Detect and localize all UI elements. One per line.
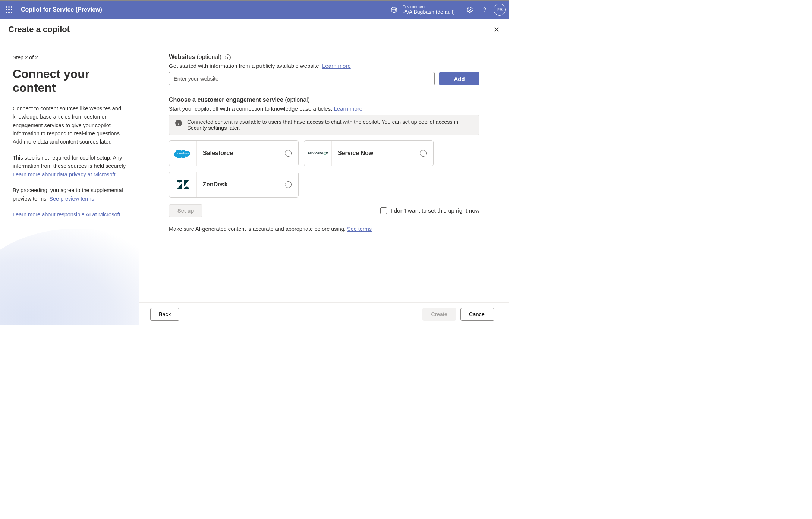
waffle-icon [6,6,12,13]
svg-text:salesforce: salesforce [177,152,189,155]
close-icon [493,26,500,33]
svg-text:w: w [326,151,328,155]
service-card-servicenow[interactable]: serviceno w Service Now [304,140,434,166]
create-button: Create [422,308,456,321]
panel-paragraph-4: Learn more about responsible AI at Micro… [13,210,128,218]
svg-point-4 [484,11,485,12]
decorative-blob [0,229,139,325]
info-icon: i [175,120,182,126]
skip-setup-checkbox-row[interactable]: I don't want to set this up right now [380,207,479,214]
step-indicator: Step 2 of 2 [13,54,128,60]
environment-label: Environment [402,4,455,9]
website-input[interactable] [169,72,435,85]
service-name: ZenDesk [197,181,285,188]
privacy-link[interactable]: Learn more about data privacy at Microso… [13,172,116,177]
service-name: Salesforce [197,150,285,157]
ces-learn-more-link[interactable]: Learn more [334,106,362,112]
websites-label: Websites (optional) i [169,54,479,60]
terms-line: Make sure AI-generated content is accura… [169,226,479,232]
service-name: Service Now [332,150,420,157]
panel-paragraph-3: By proceeding, you agree to the suppleme… [13,186,128,203]
add-website-button[interactable]: Add [439,72,479,85]
service-card-salesforce[interactable]: salesforce Salesforce [169,140,299,166]
websites-subtext: Get started with information from a publ… [169,63,479,69]
app-launcher-button[interactable] [0,1,18,19]
panel-paragraph-1: Connect to content sources like websites… [13,104,128,146]
servicenow-logo-icon: serviceno w [304,141,332,166]
environment-name: PVA Bugbash (default) [402,9,455,15]
salesforce-logo-icon: salesforce [169,141,197,166]
left-panel: Step 2 of 2 Connect your content Connect… [0,40,139,325]
page-title: Create a copilot [8,25,70,34]
zendesk-logo-icon [169,172,197,197]
panel-heading: Connect your content [13,67,128,95]
info-banner-text: Connected content is available to users … [187,119,473,131]
app-title[interactable]: Copilot for Service (Preview) [21,6,102,13]
svg-text:serviceno: serviceno [308,151,324,155]
preview-terms-link[interactable]: See preview terms [49,196,94,202]
service-grid: salesforce Salesforce serviceno w S [169,140,479,198]
skip-setup-label: I don't want to set this up right now [391,207,479,214]
info-icon[interactable]: i [225,54,231,60]
ces-subtext: Start your copilot off with a connection… [169,106,479,112]
cancel-button[interactable]: Cancel [460,308,494,321]
service-radio[interactable] [285,150,292,157]
settings-button[interactable] [462,1,477,19]
right-panel: Websites (optional) i Get started with i… [139,40,509,325]
service-card-zendesk[interactable]: ZenDesk [169,172,299,198]
close-button[interactable] [491,23,503,35]
info-banner: i Connected content is available to user… [169,115,479,135]
service-radio[interactable] [420,150,427,157]
page-header: Create a copilot [0,19,509,40]
panel-paragraph-2: This step is not required for copilot se… [13,154,128,179]
topbar: Copilot for Service (Preview) Environmen… [0,1,509,19]
user-avatar[interactable]: PS [494,4,506,16]
help-button[interactable] [477,1,492,19]
see-terms-link[interactable]: See terms [347,226,372,232]
help-icon [481,6,488,13]
globe-icon [390,6,398,13]
gear-icon [466,6,473,13]
environment-picker[interactable]: Environment PVA Bugbash (default) [390,4,455,15]
service-radio[interactable] [285,181,292,188]
setup-button: Set up [169,204,202,217]
footer: Back Create Cancel [139,302,509,325]
ces-label: Choose a customer engagement service (op… [169,97,479,103]
responsible-ai-link[interactable]: Learn more about responsible AI at Micro… [13,211,120,217]
websites-learn-more-link[interactable]: Learn more [322,63,351,69]
svg-point-3 [469,9,471,11]
skip-setup-checkbox[interactable] [380,207,387,214]
back-button[interactable]: Back [150,308,179,321]
